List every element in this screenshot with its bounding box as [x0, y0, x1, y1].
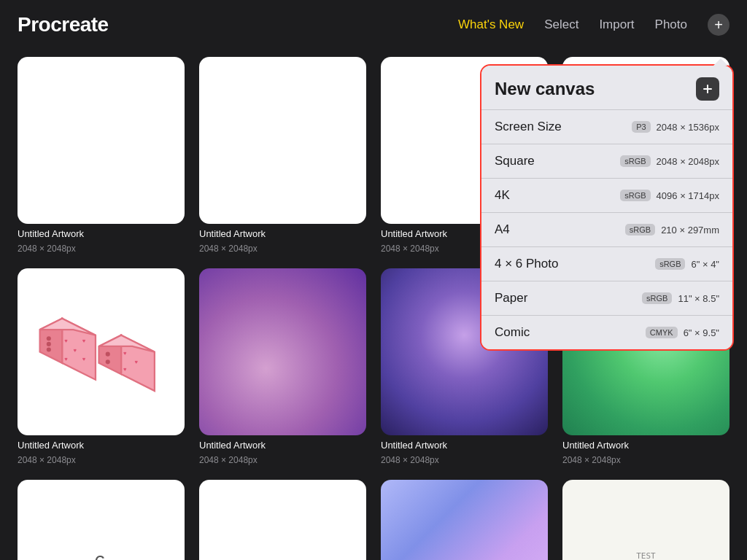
canvas-dims: 11" × 8.5": [678, 293, 719, 304]
svg-text:♥: ♥: [64, 338, 68, 344]
svg-text:♥: ♥: [82, 338, 86, 344]
canvas-badge: sRGB: [655, 258, 685, 270]
artwork-size: 2048 × 2048px: [381, 455, 548, 465]
header-nav: What's New Select Import Photo +: [458, 14, 729, 36]
nav-whats-new[interactable]: What's New: [458, 18, 524, 32]
canvas-row-square[interactable]: Square sRGB 2048 × 2048px: [481, 144, 732, 178]
canvas-badge: sRGB: [642, 292, 672, 304]
artwork-title: Untitled Artwork: [18, 228, 185, 239]
canvas-name: Comic: [495, 325, 646, 340]
artwork-title: Untitled Artwork: [18, 440, 185, 451]
canvas-meta: P3 2048 × 1536px: [632, 121, 719, 133]
list-item[interactable]: Untitled Artwork 2048 × 2048px: [199, 480, 366, 560]
nav-import[interactable]: Import: [599, 18, 634, 32]
new-canvas-add-button[interactable]: [696, 77, 719, 101]
artwork-size: 2048 × 2048px: [18, 244, 185, 254]
artwork-title: Untitled Artwork: [199, 228, 366, 239]
canvas-dims: 6" × 4": [691, 259, 719, 270]
list-item[interactable]: Untitled Artwork 2048 × 2048px: [18, 57, 185, 254]
canvas-meta: sRGB 210 × 297mm: [625, 224, 719, 236]
svg-rect-22: [707, 85, 708, 93]
svg-point-3: [47, 336, 51, 341]
list-item[interactable]: TEST K. Untitled Artwork 2048 × 2048px: [562, 480, 729, 560]
app-header: Procreate What's New Select Import Photo…: [0, 0, 747, 50]
svg-point-15: [106, 359, 110, 364]
canvas-row-4x6-photo[interactable]: 4 × 6 Photo sRGB 6" × 4": [481, 246, 732, 281]
canvas-name: A4: [495, 222, 625, 237]
svg-point-4: [47, 347, 51, 351]
list-item[interactable]: Untitled Artwork 2048 × 2048px: [381, 480, 548, 560]
svg-text:♥: ♥: [123, 350, 127, 357]
artwork-size: 2048 × 2048px: [562, 455, 729, 465]
nav-select[interactable]: Select: [544, 18, 578, 32]
add-canvas-button[interactable]: +: [708, 14, 729, 36]
canvas-meta: sRGB 6" × 4": [655, 258, 719, 270]
artwork-thumbnail: [381, 480, 548, 560]
canvas-row-paper[interactable]: Paper sRGB 11" × 8.5": [481, 281, 732, 315]
list-item[interactable]: Untitled Artwork 2048 × 2048px: [199, 268, 366, 465]
svg-point-5: [47, 342, 51, 346]
svg-text:♥: ♥: [64, 356, 68, 362]
svg-text:♥: ♥: [134, 359, 138, 365]
artwork-thumbnail: [18, 57, 185, 224]
list-item[interactable]: ♥ ♥ ♥ ♥ ♥ ♥ ♥ ♥ Untitle: [18, 268, 185, 465]
canvas-dims: 6" × 9.5": [684, 327, 719, 338]
popup-title: New canvas: [495, 79, 595, 99]
canvas-list: Screen Size P3 2048 × 1536px Square sRGB…: [481, 109, 732, 349]
canvas-badge: sRGB: [620, 155, 650, 167]
artwork-thumbnail: TEST K.: [562, 480, 729, 560]
artwork-title: Untitled Artwork: [381, 440, 548, 451]
nav-photo[interactable]: Photo: [655, 18, 687, 32]
canvas-meta: sRGB 11" × 8.5": [642, 292, 719, 304]
artwork-title: Untitled Artwork: [562, 440, 729, 451]
canvas-meta: sRGB 2048 × 2048px: [620, 155, 719, 167]
svg-text:♥: ♥: [82, 356, 86, 362]
artwork-thumbnail: 6: [18, 480, 185, 560]
canvas-badge: CMYK: [646, 327, 678, 338]
canvas-name: 4K: [495, 188, 620, 203]
canvas-badge: sRGB: [625, 224, 655, 236]
artwork-title: Untitled Artwork: [199, 440, 366, 451]
canvas-name: Paper: [495, 291, 642, 306]
svg-text:♥: ♥: [123, 365, 127, 372]
canvas-meta: CMYK 6" × 9.5": [646, 327, 719, 338]
canvas-name: Square: [495, 154, 620, 168]
artwork-size: 2048 × 2048px: [199, 455, 366, 465]
app-logo: Procreate: [18, 13, 109, 36]
list-item[interactable]: 6 Untitled Artwork 2048 × 2048px: [18, 480, 185, 560]
artwork-thumbnail: [199, 57, 366, 224]
canvas-row-a4[interactable]: A4 sRGB 210 × 297mm: [481, 212, 732, 246]
canvas-row-4k[interactable]: 4K sRGB 4096 × 1714px: [481, 178, 732, 212]
artwork-thumbnail: [199, 268, 366, 435]
svg-point-14: [106, 352, 110, 357]
popup-header: New canvas: [481, 66, 732, 109]
svg-text:6: 6: [94, 551, 106, 561]
artwork-thumbnail: ♥ ♥ ♥ ♥ ♥ ♥ ♥ ♥: [18, 268, 185, 435]
canvas-dims: 2048 × 2048px: [657, 156, 719, 167]
canvas-dims: 4096 × 1714px: [657, 190, 719, 201]
artwork-size: 2048 × 2048px: [18, 455, 185, 465]
artwork-size: 2048 × 2048px: [199, 244, 366, 254]
list-item[interactable]: Untitled Artwork 2048 × 2048px: [199, 57, 366, 254]
canvas-dims: 210 × 297mm: [661, 225, 719, 236]
canvas-badge: P3: [632, 121, 650, 133]
new-canvas-popup: New canvas Screen Size P3 2048 × 1536px …: [480, 64, 734, 351]
popup-arrow: [713, 58, 728, 66]
svg-text:♥: ♥: [73, 347, 77, 354]
canvas-badge: sRGB: [620, 190, 650, 201]
canvas-name: 4 × 6 Photo: [495, 257, 655, 271]
canvas-row-comic[interactable]: Comic CMYK 6" × 9.5": [481, 315, 732, 349]
artwork-thumbnail: [199, 480, 366, 560]
canvas-dims: 2048 × 1536px: [657, 122, 719, 133]
canvas-meta: sRGB 4096 × 1714px: [620, 190, 719, 201]
canvas-name: Screen Size: [495, 120, 632, 134]
canvas-row-screen-size[interactable]: Screen Size P3 2048 × 1536px: [481, 109, 732, 144]
